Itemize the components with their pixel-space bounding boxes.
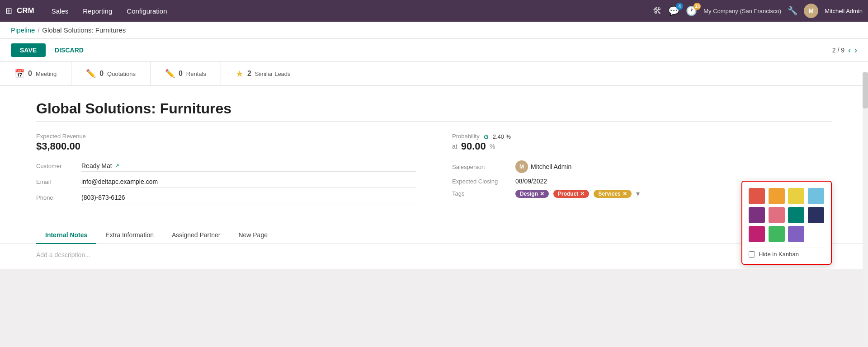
revenue-label: Expected Revenue — [36, 133, 416, 140]
tag-design-label: Design — [520, 191, 538, 197]
form-title: Global Solutions: Furnitures — [36, 100, 832, 122]
brand-label[interactable]: CRM — [17, 6, 34, 15]
pager: 2 / 9 ‹ › — [832, 46, 857, 55]
probability-row: Probability ⚙ 2.40 % — [452, 133, 832, 141]
probability-label: Probability — [452, 133, 480, 140]
customer-value[interactable]: Ready Mat ↗ — [81, 160, 416, 172]
tab-extra-information[interactable]: Extra Information — [96, 227, 163, 244]
salesperson-name: Mitchell Admin — [531, 163, 571, 170]
meeting-count: 0 — [28, 70, 32, 78]
quotations-count: 0 — [99, 70, 104, 78]
topnav-menu: Sales Reporting Configuration — [45, 5, 653, 18]
stat-similar-leads[interactable]: ★ 2 Similar Leads — [221, 62, 305, 85]
description-placeholder[interactable]: Add a description... — [36, 251, 90, 258]
phone-label: Phone — [36, 194, 81, 201]
tabs-bar: Internal Notes Extra Information Assigne… — [0, 227, 868, 244]
nav-sales[interactable]: Sales — [45, 5, 75, 18]
tags-dropdown-arrow[interactable]: ▾ — [636, 189, 640, 198]
hide-kanban-row: Hide in Kanban — [749, 248, 825, 258]
salesperson-avatar: M — [515, 160, 528, 173]
color-orange[interactable] — [769, 188, 785, 204]
wrench-icon[interactable]: 🔧 — [788, 6, 797, 16]
at-text: at — [452, 143, 458, 150]
quotations-label: Quotations — [107, 70, 136, 77]
color-dark-blue[interactable] — [808, 207, 824, 223]
tag-design-remove[interactable]: ✕ — [540, 191, 544, 197]
customer-label: Customer — [36, 163, 81, 169]
stat-meeting[interactable]: 📅 0 Meeting — [0, 62, 71, 85]
chat-icon[interactable]: 💬 4 — [668, 5, 679, 16]
chat-badge: 4 — [676, 3, 683, 10]
closing-label: Expected Closing — [452, 178, 515, 185]
tab-new-page[interactable]: New Page — [229, 227, 277, 244]
tab-assigned-partner[interactable]: Assigned Partner — [163, 227, 229, 244]
grid-icon[interactable]: ⊞ — [5, 6, 12, 16]
company-label: My Company (San Francisco) — [703, 8, 781, 14]
similar-leads-count: 2 — [247, 70, 251, 78]
stat-rentals[interactable]: ✏️ 0 Rentals — [151, 62, 221, 85]
description-area: Add a description... — [0, 244, 868, 269]
activity-badge: 33 — [693, 3, 701, 10]
rentals-count: 0 — [179, 70, 183, 78]
rentals-icon: ✏️ — [165, 69, 175, 79]
pager-count: 2 / 9 — [832, 47, 844, 54]
support-icon[interactable]: 🛠 — [653, 6, 662, 16]
email-label: Email — [36, 178, 81, 185]
nav-configuration[interactable]: Configuration — [120, 5, 173, 18]
topnav-right: 🛠 💬 4 🕐 33 My Company (San Francisco) 🔧 … — [653, 4, 863, 18]
color-yellow[interactable] — [788, 188, 804, 204]
stats-bar: 📅 0 Meeting ✏️ 0 Quotations ✏️ 0 Rentals… — [0, 62, 868, 86]
probability-value: 2.40 % — [493, 133, 511, 140]
color-purple[interactable] — [749, 207, 765, 223]
breadcrumb-pipeline[interactable]: Pipeline — [11, 26, 35, 34]
hide-kanban-label: Hide in Kanban — [759, 251, 799, 258]
tag-services[interactable]: Services ✕ — [594, 190, 631, 198]
email-value[interactable]: info@deltapc.example.com — [81, 176, 416, 188]
avatar[interactable]: M — [804, 4, 818, 18]
tag-services-remove[interactable]: ✕ — [623, 191, 627, 197]
color-pink[interactable] — [769, 207, 785, 223]
tab-internal-notes[interactable]: Internal Notes — [36, 227, 96, 244]
color-picker-popup: Hide in Kanban — [741, 181, 832, 265]
discard-button[interactable]: DISCARD — [50, 43, 88, 57]
scrollbar-track[interactable] — [863, 72, 868, 269]
color-magenta[interactable] — [749, 226, 765, 242]
tag-product[interactable]: Product ✕ — [553, 190, 589, 198]
color-violet[interactable] — [788, 226, 804, 242]
form-row-revenue: Expected Revenue $3,800.00 Customer Read… — [36, 133, 832, 208]
hide-kanban-checkbox[interactable] — [749, 251, 755, 258]
breadcrumb-bar: Pipeline / Global Solutions: Furnitures — [0, 22, 868, 39]
calendar-icon: 📅 — [14, 69, 24, 79]
phone-value[interactable]: (803)-873-6126 — [81, 192, 416, 203]
tag-services-label: Services — [598, 191, 620, 197]
color-light-blue[interactable] — [808, 188, 824, 204]
color-green[interactable] — [769, 226, 785, 242]
color-grid — [749, 188, 825, 242]
activity-icon[interactable]: 🕐 33 — [686, 5, 697, 16]
color-red[interactable] — [749, 188, 765, 204]
pager-prev[interactable]: ‹ — [848, 46, 851, 55]
salesperson-row: Salesperson M Mitchell Admin — [452, 160, 832, 173]
form-area: Global Solutions: Furnitures Expected Re… — [0, 86, 868, 223]
tags-label: Tags — [452, 190, 515, 197]
nav-reporting[interactable]: Reporting — [76, 5, 118, 18]
quotations-icon: ✏️ — [86, 69, 96, 79]
gear-icon[interactable]: ⚙ — [483, 133, 489, 141]
at-value[interactable]: 90.00 — [461, 141, 486, 152]
customer-ext-icon[interactable]: ↗ — [115, 163, 119, 169]
main-content: 📅 0 Meeting ✏️ 0 Quotations ✏️ 0 Rentals… — [0, 62, 868, 269]
rentals-label: Rentals — [186, 70, 206, 77]
color-teal[interactable] — [788, 207, 804, 223]
revenue-value[interactable]: $3,800.00 — [36, 141, 416, 152]
salesperson-label: Salesperson — [452, 164, 515, 170]
tag-product-label: Product — [558, 191, 578, 197]
stat-quotations[interactable]: ✏️ 0 Quotations — [71, 62, 151, 85]
form-left-col: Expected Revenue $3,800.00 Customer Read… — [36, 133, 416, 208]
email-row: Email info@deltapc.example.com — [36, 176, 416, 188]
scrollbar-thumb[interactable] — [863, 72, 868, 108]
meeting-label: Meeting — [36, 70, 57, 77]
tag-design[interactable]: Design ✕ — [515, 190, 549, 198]
pager-next[interactable]: › — [854, 46, 857, 55]
save-button[interactable]: SAVE — [11, 43, 46, 57]
tag-product-remove[interactable]: ✕ — [580, 191, 585, 197]
